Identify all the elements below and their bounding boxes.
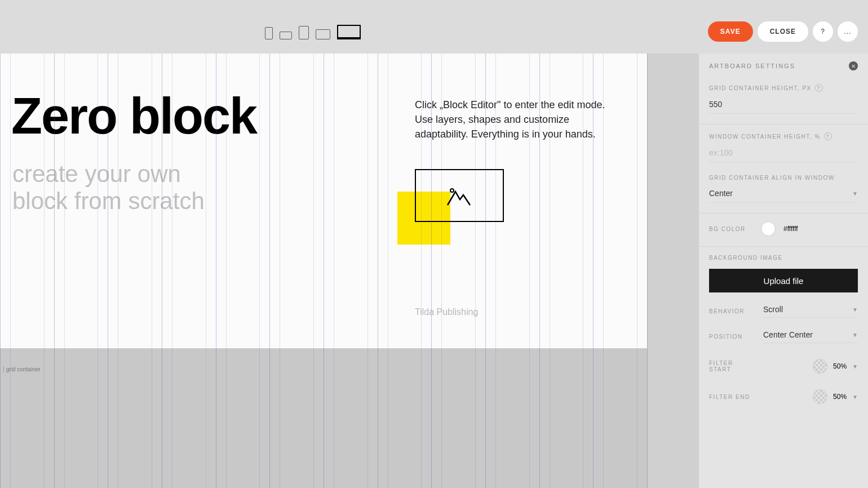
filter-start-swatch[interactable] [813,359,827,374]
image-icon [446,185,471,207]
behavior-select[interactable]: Scroll ▼ [763,305,858,318]
upload-file-button[interactable]: Upload file [709,269,858,292]
device-switcher [265,25,361,39]
filter-end-value[interactable]: 50% [833,393,847,401]
device-phone-icon[interactable] [265,27,273,39]
align-label: GRID CONTAINER ALIGN IN WINDOW [709,175,858,181]
filter-end-label: FILTER END [709,394,753,400]
chevron-down-icon: ▼ [852,394,858,400]
grid-height-input[interactable] [709,97,858,114]
bgimage-label: BACKGROUND IMAGE [709,255,858,261]
window-height-input[interactable] [709,146,858,162]
image-placeholder[interactable] [415,169,504,222]
canvas-area: Zero block create your own block from sc… [0,54,647,488]
settings-panel: ARTBOARD SETTINGS ✕ GRID CONTAINER HEIGH… [699,54,868,488]
behavior-label: BEHAVIOR [709,308,753,314]
help-icon[interactable]: ? [815,84,823,92]
position-select[interactable]: Center Center ▼ [763,330,858,343]
artboard[interactable]: Zero block create your own block from sc… [0,54,647,348]
body-text[interactable]: Click „Block Editor" to enter the edit m… [415,97,618,141]
close-panel-icon[interactable]: ✕ [849,61,858,70]
device-small-tablet-icon[interactable] [280,32,292,39]
more-button[interactable]: ... [838,21,858,42]
subheading-text[interactable]: create your own block from scratch [12,161,205,215]
grid-height-label: GRID CONTAINER HEIGHT, PX ? [709,84,858,92]
close-button[interactable]: CLOSE [758,21,808,42]
window-height-label: WINDOW CONTAINER HEIGHT, % ? [709,132,858,140]
save-button[interactable]: SAVE [708,21,753,42]
filter-start-value[interactable]: 50% [833,362,847,370]
align-select[interactable]: Center ▼ [709,187,858,203]
bgcolor-value[interactable]: #ffffff [783,225,798,233]
help-button[interactable]: ? [813,21,833,42]
footer-text[interactable]: Tilda Publishing [415,307,478,317]
filter-end-swatch[interactable] [813,389,827,404]
position-label: POSITION [709,334,753,340]
filter-start-label: FILTER START [709,360,753,372]
bgcolor-swatch[interactable] [761,221,776,236]
device-laptop-icon[interactable] [316,29,330,39]
chevron-down-icon: ▼ [852,363,858,370]
panel-title: ARTBOARD SETTINGS [709,63,795,69]
device-tablet-icon[interactable] [299,26,309,39]
chevron-down-icon: ▼ [852,332,858,338]
device-desktop-icon[interactable] [337,25,361,39]
grid-container-label: grid container [3,366,41,372]
svg-point-0 [450,189,454,192]
bgcolor-label: BG COLOR [709,226,753,232]
chevron-down-icon: ▼ [852,307,858,313]
chevron-down-icon: ▼ [852,190,858,197]
top-buttons: SAVE CLOSE ? ... [708,21,858,42]
topbar: SAVE CLOSE ? ... [0,0,868,54]
heading-text[interactable]: Zero block [11,87,256,145]
help-icon[interactable]: ? [824,132,832,140]
